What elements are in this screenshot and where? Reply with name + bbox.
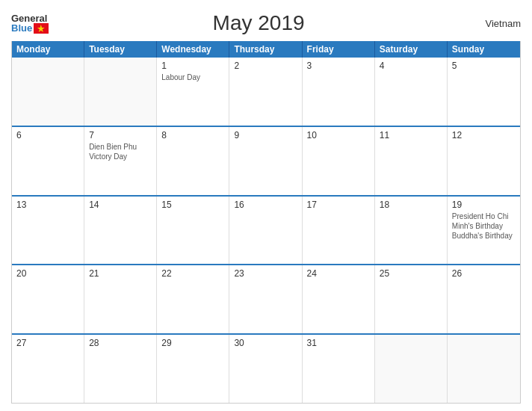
- weekday-header-tuesday: Tuesday: [84, 41, 157, 58]
- week-row-2: 67Dien Bien PhuVictory Day89101112: [12, 127, 520, 197]
- cell-date: 28: [89, 338, 152, 348]
- weekday-header-friday: Friday: [303, 41, 375, 58]
- cell-date: 24: [307, 268, 370, 279]
- logo-flag-icon: [34, 23, 49, 34]
- cal-cell-2-5: 10: [303, 127, 375, 195]
- cal-cell-3-1: 13: [12, 197, 84, 265]
- cal-cell-1-2: [84, 58, 157, 126]
- cal-cell-2-7: 12: [448, 127, 520, 195]
- cell-date: 8: [161, 130, 224, 140]
- logo-blue-text: Blue: [11, 23, 32, 33]
- cell-date: 27: [16, 338, 79, 348]
- cell-date: 31: [307, 338, 370, 348]
- cell-date: 26: [452, 268, 516, 279]
- cal-cell-5-4: 30: [229, 335, 302, 403]
- cell-date: 9: [234, 130, 297, 140]
- cal-cell-1-5: 3: [303, 58, 375, 126]
- cell-event: President Ho Chi Minh's BirthdayBuddha's…: [452, 211, 516, 241]
- cell-date: 18: [380, 200, 442, 210]
- cell-date: 5: [452, 61, 516, 71]
- week-row-4: 20212223242526: [12, 265, 520, 335]
- cell-date: 1: [161, 61, 224, 71]
- week-row-5: 2728293031: [12, 335, 520, 403]
- cal-cell-4-7: 26: [448, 265, 520, 333]
- cell-date: 22: [161, 268, 224, 279]
- cal-cell-2-4: 9: [229, 127, 302, 195]
- week-row-1: 1Labour Day2345: [12, 58, 520, 127]
- cal-cell-5-3: 29: [157, 335, 229, 403]
- cal-cell-4-3: 22: [157, 265, 229, 333]
- cal-cell-4-6: 25: [375, 265, 448, 333]
- cell-date: 11: [380, 130, 442, 140]
- cal-cell-1-1: [12, 58, 84, 126]
- cell-date: 14: [89, 200, 152, 210]
- cal-cell-1-7: 5: [448, 58, 520, 126]
- cal-cell-5-1: 27: [12, 335, 84, 403]
- cal-cell-3-4: 16: [229, 197, 302, 265]
- cal-cell-5-7: [448, 335, 520, 403]
- calendar: MondayTuesdayWednesdayThursdayFridaySatu…: [11, 41, 521, 404]
- cal-cell-5-2: 28: [84, 335, 157, 403]
- weekday-header-thursday: Thursday: [229, 41, 302, 58]
- weekday-header-sunday: Sunday: [448, 41, 520, 58]
- cell-date: 21: [89, 268, 152, 279]
- cal-cell-5-6: [375, 335, 448, 403]
- calendar-header: MondayTuesdayWednesdayThursdayFridaySatu…: [12, 41, 520, 58]
- cal-cell-4-1: 20: [12, 265, 84, 333]
- cell-date: 6: [16, 130, 79, 140]
- weekday-header-saturday: Saturday: [375, 41, 448, 58]
- cal-cell-4-4: 23: [229, 265, 302, 333]
- cal-cell-1-4: 2: [229, 58, 302, 126]
- cell-date: 20: [16, 268, 79, 279]
- cell-date: 29: [161, 338, 224, 348]
- cell-date: 23: [234, 268, 297, 279]
- cal-cell-2-3: 8: [157, 127, 229, 195]
- country-label: Vietnam: [468, 18, 521, 29]
- cal-cell-3-5: 17: [303, 197, 375, 265]
- cal-cell-1-3: 1Labour Day: [157, 58, 229, 126]
- header: General Blue May 2019 Vietnam: [11, 7, 521, 41]
- cell-date: 17: [307, 200, 370, 210]
- cell-date: 4: [380, 61, 442, 71]
- cell-date: 10: [307, 130, 370, 140]
- cal-cell-4-5: 24: [303, 265, 375, 333]
- cell-date: 30: [234, 338, 297, 348]
- logo-general-text: General: [11, 13, 49, 23]
- cell-event: Labour Day: [161, 72, 224, 82]
- cal-cell-1-6: 4: [375, 58, 448, 126]
- cell-date: 15: [161, 200, 224, 210]
- cal-cell-3-3: 15: [157, 197, 229, 265]
- cal-cell-2-1: 6: [12, 127, 84, 195]
- cal-cell-3-7: 19President Ho Chi Minh's BirthdayBuddha…: [448, 197, 520, 265]
- logo: General Blue: [11, 13, 49, 34]
- cell-date: 13: [16, 200, 79, 210]
- cal-cell-2-6: 11: [375, 127, 448, 195]
- cal-cell-4-2: 21: [84, 265, 157, 333]
- cal-cell-3-2: 14: [84, 197, 157, 265]
- cal-cell-5-5: 31: [303, 335, 375, 403]
- cell-date: 16: [234, 200, 297, 210]
- calendar-body: 1Labour Day234567Dien Bien PhuVictory Da…: [12, 58, 520, 403]
- page: General Blue May 2019 Vietnam MondayTues…: [0, 0, 532, 411]
- cell-date: 7: [89, 130, 152, 140]
- cell-date: 2: [234, 61, 297, 71]
- cell-event: Dien Bien PhuVictory Day: [89, 142, 152, 161]
- week-row-3: 13141516171819President Ho Chi Minh's Bi…: [12, 197, 520, 266]
- cal-cell-2-2: 7Dien Bien PhuVictory Day: [84, 127, 157, 195]
- cell-date: 3: [307, 61, 370, 71]
- month-title: May 2019: [49, 11, 468, 35]
- weekday-header-monday: Monday: [12, 41, 84, 58]
- cell-date: 25: [380, 268, 442, 279]
- cell-date: 19: [452, 200, 516, 210]
- cell-date: 12: [452, 130, 516, 140]
- weekday-header-wednesday: Wednesday: [157, 41, 229, 58]
- cal-cell-3-6: 18: [375, 197, 448, 265]
